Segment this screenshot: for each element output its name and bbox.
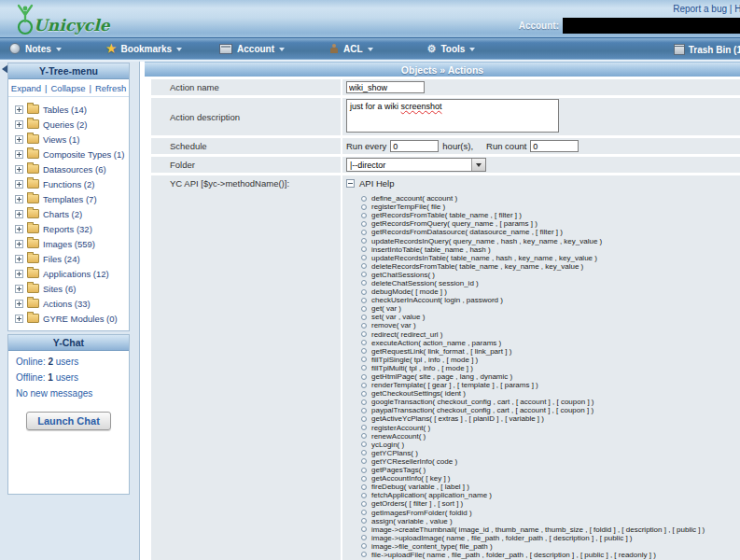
tree-list: Tables (14) Queries (2) Views (1): [8, 102, 129, 326]
bullet-icon: [361, 433, 367, 439]
trash-bin-icon: [674, 44, 685, 55]
collapse-minus-icon[interactable]: [346, 179, 355, 188]
expand-plus-icon[interactable]: [15, 165, 23, 174]
api-help-toggle[interactable]: API Help: [346, 178, 395, 189]
account-card-icon: [219, 44, 232, 54]
expand-plus-icon[interactable]: [15, 300, 23, 308]
api-method-item: insertIntoTable( table_name , hash ): [361, 245, 705, 254]
tree-expand-link[interactable]: Expand: [11, 83, 41, 93]
api-help-label: API Help: [359, 178, 395, 189]
tree-item-label: Images (559): [43, 239, 95, 249]
api-method-signature: getPagesTags( ): [371, 466, 426, 474]
api-method-signature: getCheckoutSettings( ident ): [371, 389, 466, 398]
expand-plus-icon[interactable]: [15, 240, 23, 248]
expand-plus-icon[interactable]: [15, 150, 23, 159]
control-separator: |: [45, 83, 47, 93]
menu-notes-label: Notes: [25, 44, 51, 54]
folder-icon: [27, 254, 39, 263]
api-method-signature: getHtmlPage( site , page , lang , dynami…: [371, 372, 512, 381]
api-method-signature: fireDebug( variable , [ label ] ): [371, 483, 469, 491]
bullet-icon: [361, 298, 367, 303]
tree-item-label: Charts (2): [43, 209, 82, 219]
api-method-item: deleteChatSession( session_id ): [361, 279, 705, 287]
dropdown-arrow-icon[interactable]: [471, 159, 485, 171]
bullet-icon: [361, 543, 367, 549]
tree-item-label: Views (1): [43, 134, 79, 145]
api-method-item: fillTplMulti( tpl , info , [ mode ] ): [361, 364, 705, 372]
tree-item[interactable]: Functions (2): [15, 176, 129, 191]
tree-item[interactable]: Reports (32): [15, 221, 129, 236]
partial-link[interactable]: Ho: [734, 4, 740, 14]
trash-bin[interactable]: Trash Bin (1: [674, 38, 740, 61]
folder-select[interactable]: |--director: [346, 158, 486, 172]
link-separator: |: [730, 4, 733, 14]
tree-refresh-link[interactable]: Refresh: [95, 83, 126, 93]
bullet-icon: [361, 510, 367, 515]
top-links: Report a bug | Ho: [673, 4, 740, 14]
expand-plus-icon[interactable]: [15, 315, 23, 323]
tree-item[interactable]: Views (1): [15, 132, 129, 147]
notes-icon: [9, 43, 21, 54]
chat-online-line: Online: 2 users: [8, 351, 129, 367]
menu-acl[interactable]: ACL: [329, 44, 373, 54]
tree-item[interactable]: Datasources (6): [15, 161, 129, 176]
menu-bookmarks[interactable]: Bookmarks: [106, 44, 182, 54]
tree-item[interactable]: Images (559): [15, 236, 129, 251]
folder-icon: [27, 149, 39, 159]
menu-account[interactable]: Account: [219, 44, 285, 54]
api-method-signature: image->uploadImage( name , file_path , f…: [371, 534, 633, 542]
online-label: Online:: [16, 357, 46, 367]
yc-api-label: YC API [$yc->methodName()]:: [151, 175, 341, 560]
tree-item[interactable]: Files (24): [15, 251, 129, 266]
run-every-label: Run every: [346, 141, 386, 151]
folder-icon: [27, 284, 39, 293]
expand-plus-icon[interactable]: [15, 255, 23, 263]
expand-plus-icon[interactable]: [15, 120, 23, 129]
schedule-label: Schedule: [151, 138, 341, 154]
api-method-signature: getActiveYcPlans( [ extras ] , [ planID …: [371, 414, 544, 423]
bullet-icon: [361, 493, 367, 498]
chat-offline-line: Offline: 1 users: [8, 367, 129, 383]
expand-plus-icon[interactable]: [15, 135, 23, 144]
action-description-textarea[interactable]: just for a wiki screenshot: [346, 99, 559, 133]
menu-tools[interactable]: Tools: [427, 44, 476, 54]
bullet-icon: [361, 484, 367, 490]
report-bug-link[interactable]: Report a bug: [673, 4, 727, 14]
expand-plus-icon[interactable]: [15, 285, 23, 293]
menu-bookmarks-label: Bookmarks: [121, 44, 172, 54]
bullet-icon: [361, 272, 367, 277]
tree-item[interactable]: Composite Types (1): [15, 147, 129, 161]
top-banner: Unicycle Report a bug | Ho Account:: [0, 0, 740, 37]
bullet-icon: [361, 425, 367, 430]
tree-item[interactable]: Templates (7): [15, 191, 129, 206]
tree-item-label: Composite Types (1): [43, 149, 124, 160]
expand-plus-icon[interactable]: [15, 270, 23, 278]
menu-notes[interactable]: Notes: [9, 43, 62, 54]
tree-item[interactable]: Sites (6): [15, 281, 129, 296]
api-method-item: executeAction( action_name , params ): [361, 339, 705, 347]
expand-plus-icon[interactable]: [15, 225, 23, 233]
expand-plus-icon[interactable]: [15, 195, 23, 203]
tree-item[interactable]: Queries (2): [15, 117, 129, 132]
api-method-item: fillTplSingle( tpl , info , [ mode ] ): [361, 356, 705, 364]
action-name-input[interactable]: [346, 81, 425, 93]
tree-collapse-link[interactable]: Collapse: [51, 83, 86, 93]
chevron-down-icon: [469, 48, 475, 51]
tree-item[interactable]: Charts (2): [15, 206, 129, 221]
run-count-input[interactable]: [530, 140, 579, 152]
tree-item[interactable]: Applications (12): [15, 266, 129, 281]
expand-plus-icon[interactable]: [15, 105, 23, 114]
folder-icon: [27, 194, 39, 203]
api-method-signature: get( var ): [371, 304, 401, 313]
tree-item[interactable]: Actions (33): [15, 296, 129, 311]
api-method-signature: set( var , value ): [371, 313, 425, 321]
bullet-icon: [361, 468, 367, 473]
expand-plus-icon[interactable]: [15, 210, 23, 218]
expand-plus-icon[interactable]: [15, 180, 23, 189]
api-method-item: deleteRecordsFromTable( table_name , key…: [361, 262, 705, 271]
action-description-row: Action description just for a wiki scree…: [151, 98, 740, 135]
run-every-input[interactable]: [390, 140, 439, 152]
tree-item[interactable]: Tables (14): [15, 102, 129, 117]
tree-item[interactable]: GYRE Modules (0): [15, 311, 129, 326]
launch-chat-button[interactable]: Launch Chat: [26, 412, 111, 430]
